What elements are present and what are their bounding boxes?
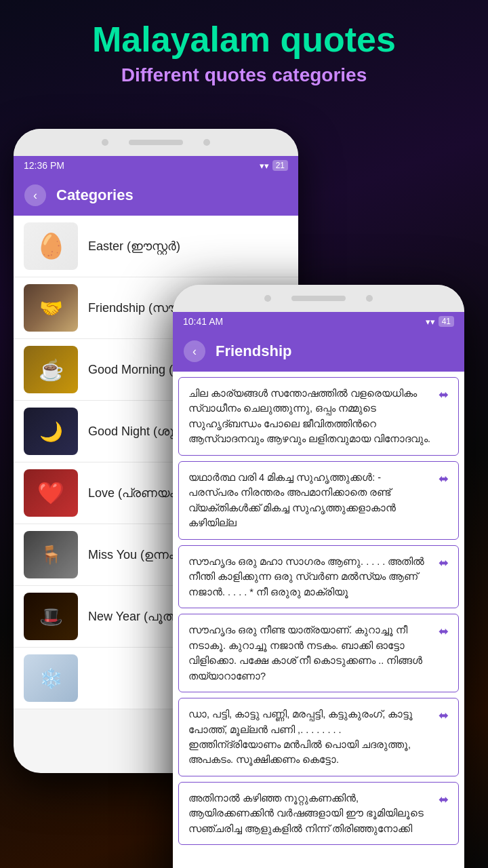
category-label-missyou: Miss You (ഉന്നം... [88, 548, 184, 562]
status-icons-front: ▾▾ 41 [426, 316, 454, 327]
back-button-categories[interactable]: ‹ [24, 184, 46, 206]
category-label-love: Love (പ്രണയം) [88, 486, 179, 500]
title-section: Malayalam quotes Different quotes catego… [0, 0, 488, 96]
category-thumb-goodnight: 🌙 [24, 408, 78, 455]
notch-dot-3 [264, 295, 271, 302]
quote-card-1: ചില കാര്യങ്ങൾ സന്തോഷത്തിൽ വളരെയധികം സ്വാ… [178, 377, 459, 456]
phone-friendship: 10:41 AM ▾▾ 41 ‹ Friendship ചില കാര്യങ്ങ… [173, 285, 464, 868]
quote-text-5: ഡാ, പട്ടി, കാട്ടു പണ്ണി, മരപ്പട്ടി, കട്ട… [188, 707, 432, 768]
missyou-icon: 🪑 [40, 545, 62, 566]
notch-front [173, 285, 464, 312]
notch-dot-1 [102, 139, 108, 146]
share-button-1[interactable]: ⬌ [439, 387, 449, 402]
share-button-3[interactable]: ⬌ [439, 555, 449, 570]
notch-back [14, 129, 298, 156]
newyear-icon: 🎩 [39, 606, 63, 628]
quote-text-4: സൗഹൃദം ഒരു നീണ്ട യാത്രയാണ്. കുറാച്ചൂ നീ … [188, 623, 432, 684]
goodmorning-icon: ☕ [39, 358, 64, 382]
quote-card-2: യഥാർത്ഥ വരി 4 മികച്ച സുഹൃത്തുക്കൾ: - പരസ… [178, 461, 459, 540]
list-item[interactable]: 🥚 Easter (ഈസ്റ്റർ) [14, 216, 298, 277]
back-button-friendship[interactable]: ‹ [184, 340, 205, 362]
quotes-list: ചില കാര്യങ്ങൾ സന്തോഷത്തിൽ വളരെയധികം സ്വാ… [173, 372, 464, 868]
app-subtitle: Different quotes categories [14, 64, 474, 86]
notch-speaker [129, 140, 183, 145]
status-icons-back: ▾▾ 21 [260, 160, 288, 171]
app-title: Malayalam quotes [14, 20, 474, 59]
status-bar-back: 12:36 PM ▾▾ 21 [14, 156, 298, 175]
winter-icon: ❄️ [39, 667, 63, 690]
category-thumb-goodmorning: ☕ [24, 346, 78, 393]
share-button-2[interactable]: ⬌ [439, 471, 449, 486]
share-button-6[interactable]: ⬌ [439, 792, 449, 807]
love-icon: ❤️ [37, 480, 64, 506]
wifi-icon-back: ▾▾ [260, 161, 269, 171]
friendship-icon: 🤝 [39, 297, 63, 319]
category-thumb-winter: ❄️ [24, 654, 78, 702]
quote-text-2: യഥാർത്ഥ വരി 4 മികച്ച സുഹൃത്തുക്കൾ: - പരസ… [188, 470, 432, 531]
category-thumb-newyear: 🎩 [24, 593, 78, 640]
share-button-4[interactable]: ⬌ [439, 624, 449, 639]
app-bar-categories: ‹ Categories [14, 175, 298, 216]
quote-text-6: അതിനാൽ കഴിഞ്ഞ നൂറ്റുകണക്കിൻ, ആയിരക്കണക്ക… [188, 791, 432, 836]
category-thumb-love: ❤️ [24, 469, 78, 517]
time-back: 12:36 PM [24, 160, 64, 171]
battery-back: 21 [272, 160, 288, 171]
notch-dot-2 [203, 139, 210, 146]
quote-card-5: ഡാ, പട്ടി, കാട്ടു പണ്ണി, മരപ്പട്ടി, കട്ട… [178, 698, 459, 776]
notch-speaker-front [291, 296, 346, 301]
easter-icon: 🥚 [36, 232, 66, 260]
notch-dot-4 [366, 295, 373, 302]
category-thumb-missyou: 🪑 [24, 531, 78, 578]
quote-text-3: സൗഹൃദം ഒരു മഹാ സാഗരം ആണു. . . . . അതിൽ ന… [188, 554, 432, 599]
category-thumb-friendship: 🤝 [24, 284, 78, 332]
quote-text-1: ചില കാര്യങ്ങൾ സന്തോഷത്തിൽ വളരെയധികം സ്വാ… [188, 386, 432, 447]
battery-front: 41 [439, 316, 454, 327]
quote-card-3: സൗഹൃദം ഒരു മഹാ സാഗരം ആണു. . . . . അതിൽ ന… [178, 545, 459, 608]
share-button-5[interactable]: ⬌ [439, 708, 449, 723]
app-bar-friendship: ‹ Friendship [173, 331, 464, 372]
quote-card-4: സൗഹൃദം ഒരു നീണ്ട യാത്രയാണ്. കുറാച്ചൂ നീ … [178, 614, 459, 692]
status-bar-front: 10:41 AM ▾▾ 41 [173, 312, 464, 331]
goodnight-icon: 🌙 [39, 420, 63, 443]
time-front: 10:41 AM [183, 316, 223, 327]
category-label-easter: Easter (ഈസ്റ്റർ) [88, 239, 180, 254]
quote-card-6: അതിനാൽ കഴിഞ്ഞ നൂറ്റുകണക്കിൻ, ആയിരക്കണക്ക… [178, 782, 459, 845]
friendship-title: Friendship [216, 342, 291, 360]
wifi-icon-front: ▾▾ [426, 317, 435, 327]
category-thumb-easter: 🥚 [24, 222, 78, 270]
phones-container: 12:36 PM ▾▾ 21 ‹ Categories 🥚 Easter (ഈസ… [0, 115, 488, 868]
categories-title: Categories [56, 186, 134, 204]
